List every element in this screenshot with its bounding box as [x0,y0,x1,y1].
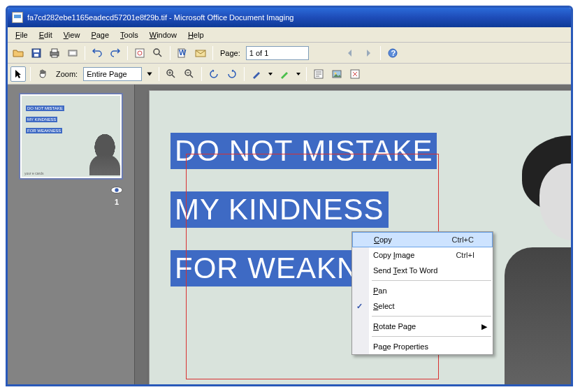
undo-button[interactable] [89,45,105,61]
zoom-input[interactable] [83,67,142,81]
context-select[interactable]: ✓ Select [352,298,493,314]
thumb-figure [89,132,120,175]
doc-text-1: DO NOT MISTAKE [171,133,437,169]
menu-tools[interactable]: Tools [115,29,143,41]
pan-tool-button[interactable] [35,66,50,82]
context-copy[interactable]: CopyCtrl+C [352,232,493,247]
context-page-properties[interactable]: Page Properties [352,339,493,354]
rotate-right-button[interactable] [224,66,240,82]
content-area: DO NOT MISTAKE MY KINDNESS FOR WEAKNESS … [8,85,571,384]
window-title: fa7cd282ebe1165eadecd57201e8f29b.tif - M… [27,13,293,22]
thumbnail-panel[interactable]: DO NOT MISTAKE MY KINDNESS FOR WEAKNESS … [8,85,135,384]
shortcut-copy-image: Ctrl+I [456,251,474,259]
print-button[interactable] [47,45,62,61]
ocr-button[interactable] [132,45,147,61]
menu-view[interactable]: View [59,29,85,41]
svg-point-23 [115,188,118,191]
toolbar-1: W Page: ? [8,43,571,64]
context-copy-image[interactable]: Copy ImageCtrl+I [352,247,493,263]
scan-button[interactable] [65,45,80,61]
menu-window[interactable]: Window [145,29,182,41]
zoom-dropdown[interactable] [145,66,154,82]
thumb-text-1: DO NOT MISTAKE [26,106,64,111]
zoom-out-button[interactable] [182,66,197,82]
pen-blue-button[interactable] [249,66,264,82]
svg-text:?: ? [391,49,396,57]
insert-picture-button[interactable] [329,66,345,82]
open-button[interactable] [10,45,26,61]
save-button[interactable] [29,45,44,61]
menu-help[interactable]: Help [183,29,209,41]
menu-page[interactable]: Page [86,29,114,41]
find-button[interactable] [150,45,166,61]
submenu-arrow-icon: ▶ [481,322,487,331]
context-pan[interactable]: Pan [352,283,493,298]
prev-page-button[interactable] [342,45,358,61]
highlighter-button[interactable] [277,66,292,82]
ocr-indicator-icon [110,185,123,195]
doc-text-3: FOR WEAKN [171,250,363,286]
thumb-watermark: your e cards [24,171,44,175]
thumb-text-3: FOR WEAKNESS [26,128,62,133]
titlebar: fa7cd282ebe1165eadecd57201e8f29b.tif - M… [8,8,571,27]
page-input[interactable] [246,46,309,60]
document-figure [505,136,571,384]
svg-rect-5 [52,55,57,57]
svg-rect-2 [34,54,38,57]
annotations-button[interactable] [311,66,326,82]
select-tool-button[interactable] [10,66,26,82]
zoom-label: Zoom: [53,70,80,78]
svg-rect-1 [34,50,39,52]
menu-file[interactable]: File [10,29,33,41]
menu-edit[interactable]: Edit [34,29,57,41]
doc-text-2: MY KINDNESS [171,191,389,228]
toolbar-2: Zoom: [8,64,571,85]
context-send-to-word[interactable]: Send Text To Word [352,263,493,278]
context-rotate-page[interactable]: Rotate Page▶ [352,319,493,334]
shortcut-copy: Ctrl+C [452,235,474,244]
thumbnail[interactable]: DO NOT MISTAKE MY KINDNESS FOR WEAKNESS … [19,93,123,180]
send-mail-button[interactable] [193,45,208,61]
options-button[interactable] [347,66,363,82]
redo-button[interactable] [108,45,123,61]
svg-point-10 [154,49,159,55]
thumb-text-2: MY KINDNESS [26,117,57,122]
svg-rect-4 [52,49,57,52]
send-word-button[interactable]: W [175,45,190,61]
document-viewer[interactable]: DO NOT MISTAKE MY KINDNESS FOR WEAKN Cop… [135,85,571,384]
context-menu: CopyCtrl+C Copy ImageCtrl+I Send Text To… [351,231,493,355]
next-page-button[interactable] [361,45,376,61]
check-icon: ✓ [356,302,363,311]
highlighter-dropdown[interactable] [295,66,302,82]
svg-rect-7 [70,52,75,55]
app-icon [12,12,23,23]
thumb-page-number: 1 [19,196,123,206]
pen-blue-dropdown[interactable] [267,66,274,82]
help-button[interactable]: ? [385,45,400,61]
zoom-in-button[interactable] [164,66,179,82]
svg-text:W: W [179,48,187,57]
menubar: File Edit View Page Tools Window Help [8,27,571,43]
page-label: Page: [217,49,243,57]
svg-rect-8 [136,49,144,57]
rotate-left-button[interactable] [206,66,222,82]
